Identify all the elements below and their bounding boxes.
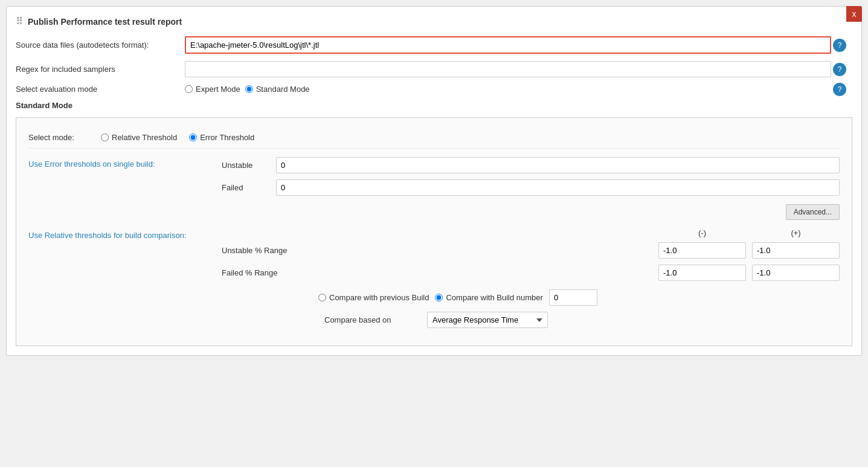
source-help-button[interactable]: ? [833,39,846,52]
unstable-range-plus-input[interactable] [752,242,840,259]
expert-mode-label: Expert Mode [196,85,240,94]
standard-mode-section: Standard Mode Select mode: Relative Thre… [16,101,852,346]
compare-based-row: Compare based on Average Response Time M… [222,312,840,328]
failed-row: Failed [222,179,840,196]
eval-mode-label: Select evaluation mode [16,85,185,94]
col-header-row: (-) (+) [222,228,840,237]
unstable-range-inputs [658,242,840,259]
standard-mode-label: Standard Mode [256,85,310,94]
source-label: Source data files (autodetects format): [16,40,185,50]
source-files-row: Source data files (autodetects format): … [16,36,852,54]
select-mode-label: Select mode: [28,133,101,142]
failed-input[interactable] [276,179,840,196]
use-error-label: Use Error thresholds on single build: [28,157,222,169]
error-threshold-label: Error Threshold [200,133,254,142]
select-mode-row: Select mode: Relative Threshold Error Th… [28,127,840,149]
source-input-area [185,36,831,54]
unstable-range-minus-input[interactable] [658,242,746,259]
advanced-row: Advanced... [28,204,840,220]
error-threshold-option[interactable]: Error Threshold [189,133,254,142]
compare-based-select[interactable]: Average Response Time Median Response Ti… [427,312,548,328]
failed-range-minus-input[interactable] [658,265,746,281]
compare-build-radio[interactable] [435,294,443,301]
threshold-section: Unstable Failed [222,157,840,196]
expert-mode-radio[interactable] [185,85,193,93]
close-button[interactable]: x [846,6,862,22]
error-threshold-content: Unstable Failed [222,157,840,196]
standard-mode-box: Select mode: Relative Threshold Error Th… [16,117,852,346]
relative-threshold-label: Relative Threshold [112,133,177,142]
unstable-range-label: Unstable % Range [222,246,318,255]
failed-range-plus-input[interactable] [752,265,840,281]
standard-mode-title: Standard Mode [16,101,852,110]
compare-prev-radio[interactable] [318,294,326,301]
compare-build-label: Compare with Build number [446,293,542,302]
failed-range-inputs [658,265,840,281]
use-relative-label: Use Relative thresholds for build compar… [28,228,222,240]
select-mode-radios: Relative Threshold Error Threshold [101,133,840,142]
regex-label: Regex for included samplers [16,65,185,74]
eval-mode-help-button[interactable]: ? [833,83,846,96]
col-headers: (-) (+) [658,228,840,237]
eval-mode-row: Select evaluation mode Expert Mode Stand… [16,85,852,94]
relative-threshold-option[interactable]: Relative Threshold [101,133,177,142]
error-threshold-row: Use Error thresholds on single build: Un… [28,157,840,196]
plus-col-header: (+) [752,228,840,237]
advanced-button[interactable]: Advanced... [786,204,840,220]
expert-mode-option[interactable]: Expert Mode [185,85,240,94]
compare-prev-label: Compare with previous Build [329,293,429,302]
standard-mode-radio[interactable] [245,85,253,93]
eval-mode-radios: Expert Mode Standard Mode [185,85,831,94]
unstable-row: Unstable [222,157,840,173]
panel-title: ⠿ Publish Performance test result report [16,16,852,27]
failed-label: Failed [222,183,270,192]
unstable-range-row: Unstable % Range [222,242,840,259]
regex-row: Regex for included samplers ? [16,61,852,77]
failed-range-row: Failed % Range [222,265,840,281]
publish-panel: x ⠿ Publish Performance test result repo… [6,6,862,356]
relative-threshold-row: Use Relative thresholds for build compar… [28,228,840,328]
unstable-label: Unstable [222,161,270,170]
compare-build-input[interactable] [549,289,597,306]
standard-mode-option[interactable]: Standard Mode [245,85,310,94]
regex-input[interactable] [185,61,831,77]
drag-handle-icon: ⠿ [16,16,23,27]
compare-build-option[interactable]: Compare with Build number [435,293,542,302]
compare-row: Compare with previous Build Compare with… [318,289,840,306]
main-container: x ⠿ Publish Performance test result repo… [0,0,868,467]
minus-col-header: (-) [658,228,746,237]
source-input[interactable] [185,36,831,54]
regex-help-button[interactable]: ? [833,63,846,76]
relative-content: (-) (+) Unstable % Range [222,228,840,328]
unstable-input[interactable] [276,157,840,173]
compare-based-label: Compare based on [324,315,421,324]
error-threshold-radio[interactable] [189,134,197,141]
relative-threshold-radio[interactable] [101,134,109,141]
compare-prev-option[interactable]: Compare with previous Build [318,293,429,302]
regex-input-area [185,61,831,77]
failed-range-label: Failed % Range [222,268,318,277]
